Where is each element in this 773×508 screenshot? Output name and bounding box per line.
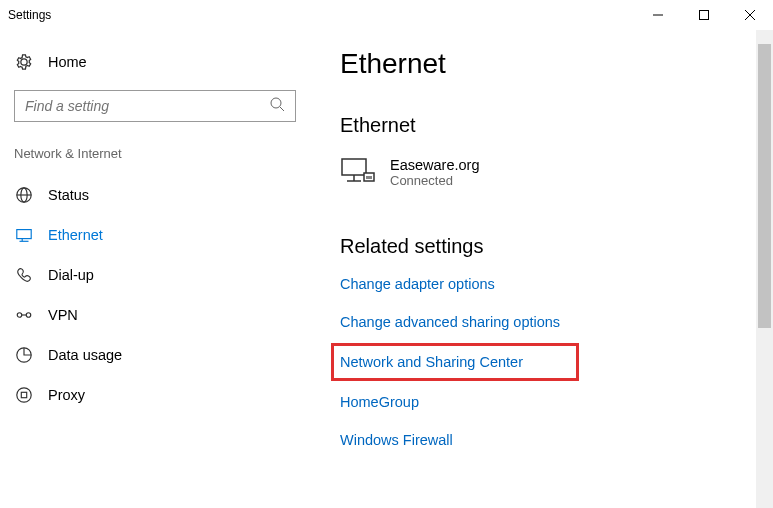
globe-icon [14,185,34,205]
sidebar-item-label: Proxy [48,387,85,403]
home-label: Home [48,54,87,70]
maximize-button[interactable] [681,0,727,30]
ethernet-device-icon [340,157,376,191]
close-icon [745,10,755,20]
svg-point-13 [26,313,31,318]
sidebar-item-ethernet[interactable]: Ethernet [10,215,300,255]
window-controls [635,0,773,30]
search-icon [269,96,285,116]
sidebar-item-label: Dial-up [48,267,94,283]
link-change-adapter[interactable]: Change adapter options [340,276,773,292]
link-network-sharing-center[interactable]: Network and Sharing Center [340,352,570,372]
sidebar-item-label: VPN [48,307,78,323]
sidebar-item-vpn[interactable]: VPN [10,295,300,335]
svg-point-16 [17,388,31,402]
sidebar: Home Network & Internet Status Ethernet [0,30,310,508]
section-heading: Ethernet [340,114,773,137]
scrollbar[interactable] [756,30,773,508]
svg-rect-9 [17,230,31,239]
svg-rect-18 [342,159,366,175]
link-change-advanced-sharing[interactable]: Change advanced sharing options [340,314,773,330]
proxy-icon [14,385,34,405]
close-button[interactable] [727,0,773,30]
link-homegroup[interactable]: HomeGroup [340,394,773,410]
sidebar-item-proxy[interactable]: Proxy [10,375,300,415]
search-input[interactable] [25,98,269,114]
svg-line-5 [280,107,284,111]
gear-icon [14,52,34,72]
vpn-icon [14,305,34,325]
network-status: Connected [390,173,479,188]
maximize-icon [699,10,709,20]
sidebar-item-label: Data usage [48,347,122,363]
scrollbar-thumb[interactable] [758,44,771,328]
minimize-button[interactable] [635,0,681,30]
svg-rect-1 [700,11,709,20]
sidebar-item-label: Status [48,187,89,203]
svg-point-12 [17,313,22,318]
data-icon [14,345,34,365]
home-button[interactable]: Home [10,44,300,80]
sidebar-item-datausage[interactable]: Data usage [10,335,300,375]
titlebar: Settings [0,0,773,30]
page-title: Ethernet [340,48,773,80]
network-name: Easeware.org [390,157,479,173]
monitor-icon [14,225,34,245]
sidebar-item-status[interactable]: Status [10,175,300,215]
minimize-icon [653,10,663,20]
main-panel: Ethernet Ethernet Easeware.org Connected [310,30,773,508]
link-windows-firewall[interactable]: Windows Firewall [340,432,773,448]
network-card[interactable]: Easeware.org Connected [340,157,773,191]
related-heading: Related settings [340,235,773,258]
svg-point-4 [271,98,281,108]
phone-icon [14,265,34,285]
sidebar-item-label: Ethernet [48,227,103,243]
sidebar-item-dialup[interactable]: Dial-up [10,255,300,295]
svg-rect-17 [21,392,26,397]
search-box[interactable] [14,90,296,122]
category-label: Network & Internet [10,146,300,161]
window-title: Settings [8,8,635,22]
